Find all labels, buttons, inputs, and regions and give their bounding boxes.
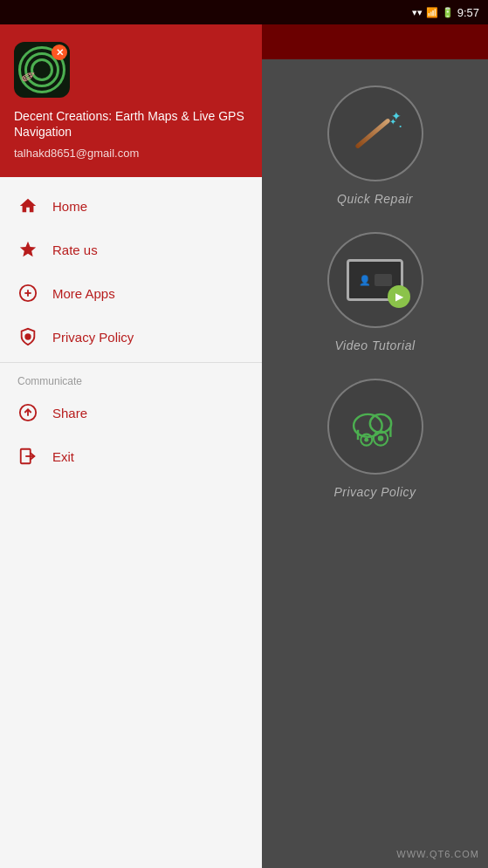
sidebar-item-more-apps[interactable]: More Apps xyxy=(0,271,262,315)
more-apps-label: More Apps xyxy=(52,286,115,301)
board-icon xyxy=(375,274,392,286)
video-tutorial-item[interactable]: 👤 ▶ Video Tutorial xyxy=(327,232,423,352)
quick-repair-circle: ✦ ✦ • xyxy=(327,85,423,181)
exit-label: Exit xyxy=(52,449,74,464)
sidebar-item-share[interactable]: Share xyxy=(0,391,262,434)
communicate-section: Communicate xyxy=(0,366,262,391)
repair-icon: ✦ ✦ • xyxy=(345,103,406,164)
star-icon xyxy=(17,240,38,259)
video-tutorial-circle: 👤 ▶ xyxy=(327,232,423,328)
privacy-policy-label: Privacy Policy xyxy=(333,485,416,499)
home-label: Home xyxy=(52,199,87,214)
svg-point-13 xyxy=(364,437,368,441)
app-icon: ✕ ✏ xyxy=(14,42,70,98)
content-area: ✦ ✦ • Quick Repair 👤 xyxy=(262,24,488,868)
main-layout: ✕ ✏ Decent Creations: Earth Maps & Live … xyxy=(0,24,488,868)
svg-point-15 xyxy=(378,435,384,441)
shield-icon xyxy=(17,327,38,346)
sidebar-menu: Home Rate us xyxy=(0,177,262,868)
status-icons: ▾▾ 📶 🔋 9:57 xyxy=(412,6,479,19)
sidebar-item-rate[interactable]: Rate us xyxy=(0,228,262,271)
privacy-cloud-icon xyxy=(345,396,406,457)
sidebar-item-privacy[interactable]: Privacy Policy xyxy=(0,315,262,359)
privacy-policy-item[interactable]: Privacy Policy xyxy=(327,379,423,499)
app-name: Decent Creations: Earth Maps & Live GPS … xyxy=(14,108,248,140)
signal-icon: 📶 xyxy=(426,7,438,18)
svg-point-3 xyxy=(25,335,31,340)
quick-repair-item[interactable]: ✦ ✦ • Quick Repair xyxy=(327,85,423,206)
share-icon xyxy=(17,403,38,422)
play-button-icon: ▶ xyxy=(388,285,410,308)
watermark: WWW.QT6.COM xyxy=(396,849,479,859)
privacy-label: Privacy Policy xyxy=(52,330,134,345)
plus-circle-icon xyxy=(17,284,38,303)
share-label: Share xyxy=(52,406,87,420)
menu-divider xyxy=(0,362,262,363)
user-email: talhakd8651@gmail.com xyxy=(14,147,248,160)
person-icon: 👤 xyxy=(359,275,371,286)
rate-label: Rate us xyxy=(52,243,98,257)
video-tutorial-label: Video Tutorial xyxy=(334,338,415,352)
wifi-icon: ▾▾ xyxy=(412,7,423,18)
status-time: 9:57 xyxy=(457,6,479,19)
video-icon-container: 👤 ▶ xyxy=(347,259,403,301)
sidebar-item-home[interactable]: Home xyxy=(0,184,262,228)
status-bar: ▾▾ 📶 🔋 9:57 xyxy=(0,0,488,24)
content-body: ✦ ✦ • Quick Repair 👤 xyxy=(262,59,488,516)
sidebar-header: ✕ ✏ Decent Creations: Earth Maps & Live … xyxy=(0,24,262,177)
battery-icon: 🔋 xyxy=(442,7,454,18)
gps-x-badge: ✕ xyxy=(52,44,67,60)
content-header xyxy=(262,24,488,59)
sidebar-item-exit[interactable]: Exit xyxy=(0,434,262,478)
exit-icon xyxy=(17,447,38,466)
home-icon xyxy=(17,196,38,215)
sidebar: ✕ ✏ Decent Creations: Earth Maps & Live … xyxy=(0,24,262,868)
privacy-policy-circle xyxy=(327,379,423,475)
quick-repair-label: Quick Repair xyxy=(337,192,413,206)
